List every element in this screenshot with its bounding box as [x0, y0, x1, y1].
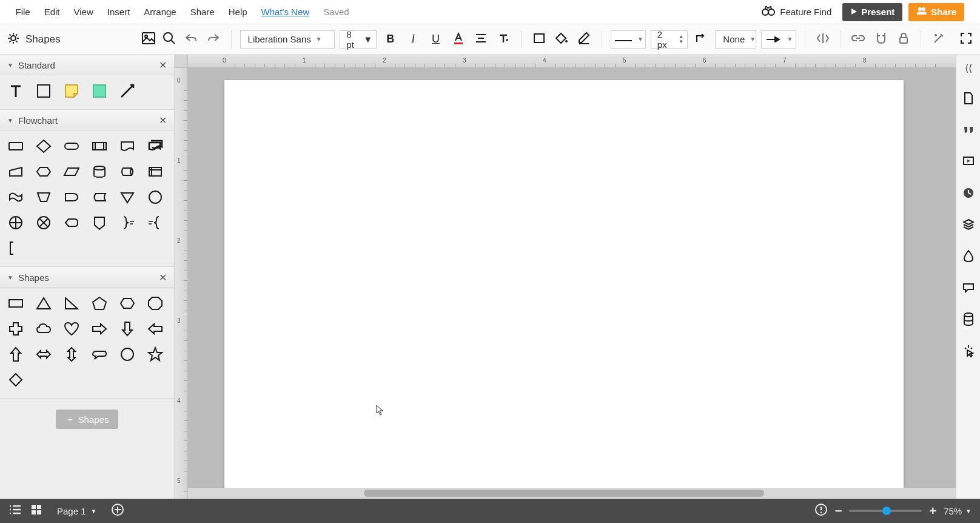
panel-header-shapes[interactable]: ▼ Shapes ✕ — [0, 267, 174, 288]
shape-heart[interactable] — [62, 319, 81, 339]
shape-arrow-double-v[interactable] — [62, 345, 81, 364]
present-button[interactable]: Present — [842, 3, 902, 21]
shape-brace-note-r[interactable] — [118, 213, 137, 232]
flip-button[interactable] — [814, 30, 831, 49]
horizontal-scrollbar[interactable] — [188, 488, 956, 499]
shape-paper-tape[interactable] — [6, 187, 25, 207]
shape-arrow-down[interactable] — [118, 319, 137, 339]
shape-sticky-note[interactable] — [62, 81, 81, 101]
menu-edit[interactable]: Edit — [37, 1, 67, 22]
page-list-button[interactable] — [8, 504, 22, 518]
collapse-rail-button[interactable]: ⟨⟨ — [960, 59, 977, 76]
close-panel-button[interactable]: ✕ — [156, 271, 169, 284]
shape-predefined[interactable] — [90, 137, 109, 156]
shape-text[interactable] — [6, 81, 25, 101]
link-button[interactable] — [850, 30, 867, 49]
rail-history-button[interactable] — [960, 186, 977, 203]
fill-bucket-button[interactable] — [552, 30, 570, 49]
find-shapes-button[interactable] — [159, 29, 180, 50]
shape-line[interactable] — [118, 81, 137, 101]
shape-decision[interactable] — [34, 137, 53, 156]
zoom-in-button[interactable]: + — [929, 504, 936, 518]
lock-button[interactable] — [894, 30, 912, 49]
shape-hotspot[interactable] — [90, 81, 109, 101]
rail-theme-button[interactable] — [960, 249, 977, 266]
menu-file[interactable]: File — [8, 1, 37, 22]
insert-image-button[interactable] — [138, 29, 159, 50]
text-box-button[interactable] — [495, 30, 512, 49]
font-family-dropdown[interactable]: Liberation Sans ▼ — [240, 30, 335, 49]
shape-multidoc[interactable] — [146, 137, 165, 156]
shape-arrow-double-h[interactable] — [34, 345, 53, 364]
line-width-input[interactable]: 2 px ▲▼ — [651, 30, 688, 49]
shape-octagon[interactable] — [146, 294, 165, 313]
shape-direct-data[interactable] — [118, 162, 137, 181]
shape-summing[interactable] — [34, 213, 53, 232]
menu-help[interactable]: Help — [221, 1, 254, 22]
alert-button[interactable] — [814, 503, 828, 519]
panel-header-flowchart[interactable]: ▼ Flowchart ✕ — [0, 110, 174, 130]
menu-insert[interactable]: Insert — [100, 1, 137, 22]
line-end-dropdown[interactable]: ▼ — [761, 30, 796, 49]
shape-note[interactable] — [6, 238, 25, 258]
close-panel-button[interactable]: ✕ — [156, 58, 169, 72]
shape-merge[interactable] — [118, 187, 137, 207]
zoom-slider-knob[interactable] — [882, 507, 891, 515]
shape-arrow-up[interactable] — [6, 345, 25, 364]
add-shapes-button[interactable]: ＋ Shapes — [56, 410, 119, 429]
shape-preparation[interactable] — [34, 162, 53, 181]
zoom-out-button[interactable]: − — [835, 504, 842, 518]
shape-document[interactable] — [118, 137, 137, 156]
line-routing-button[interactable] — [693, 30, 710, 49]
shape-cross[interactable] — [6, 319, 25, 339]
shape-arrow-left[interactable] — [146, 319, 165, 339]
shape-or[interactable] — [6, 213, 25, 232]
add-page-button[interactable] — [111, 503, 124, 519]
rail-chat-button[interactable] — [960, 280, 977, 297]
shape-manual-input[interactable] — [6, 162, 25, 181]
redo-button[interactable] — [204, 30, 222, 49]
menu-whats-new[interactable]: What's New — [254, 1, 317, 22]
underline-button[interactable]: U — [427, 30, 445, 49]
bold-button[interactable]: B — [381, 30, 399, 49]
shape-diamond-s[interactable] — [6, 370, 25, 390]
rail-comments-button[interactable] — [960, 123, 977, 140]
shape-process[interactable] — [6, 137, 25, 156]
shape-connector[interactable] — [146, 187, 165, 207]
magnet-button[interactable] — [872, 30, 890, 49]
share-button[interactable]: Share — [908, 3, 964, 21]
text-align-button[interactable] — [472, 30, 489, 49]
shapes-settings-button[interactable] — [5, 31, 22, 48]
shape-manual-op[interactable] — [34, 187, 53, 207]
rail-present-button[interactable] — [960, 154, 977, 171]
shape-database[interactable] — [90, 162, 109, 181]
ruler-vertical[interactable]: 012345 — [175, 68, 188, 499]
rail-page-button[interactable] — [960, 91, 977, 108]
shape-arrow-right[interactable] — [90, 319, 109, 339]
canvas-viewport[interactable] — [188, 68, 956, 488]
shape-pentagon[interactable] — [90, 294, 109, 313]
undo-button[interactable] — [182, 30, 200, 49]
shape-circle[interactable] — [118, 345, 137, 364]
text-color-button[interactable] — [449, 30, 467, 49]
fullscreen-button[interactable] — [958, 30, 975, 49]
shape-right-triangle[interactable] — [62, 294, 81, 313]
stepper-icon[interactable]: ▲▼ — [679, 35, 683, 44]
zoom-dropdown[interactable]: 75% ▼ — [944, 506, 972, 516]
close-panel-button[interactable]: ✕ — [156, 113, 169, 127]
border-color-button[interactable] — [576, 30, 593, 49]
italic-button[interactable]: I — [404, 30, 422, 49]
fill-color-button[interactable] — [530, 30, 548, 49]
rail-data-button[interactable] — [960, 312, 977, 329]
scrollbar-thumb[interactable] — [364, 490, 764, 497]
menu-view[interactable]: View — [67, 1, 100, 22]
shape-brace-note-l[interactable] — [146, 213, 165, 232]
shape-rectangle[interactable] — [6, 294, 25, 313]
shape-star[interactable] — [146, 345, 165, 364]
shape-stored-data[interactable] — [90, 187, 109, 207]
shape-cloud[interactable] — [34, 319, 53, 339]
magic-wand-button[interactable] — [930, 30, 947, 49]
menu-arrange[interactable]: Arrange — [137, 1, 183, 22]
font-size-input[interactable]: 8 pt ▼ — [340, 30, 377, 49]
shape-callout[interactable] — [90, 345, 109, 364]
